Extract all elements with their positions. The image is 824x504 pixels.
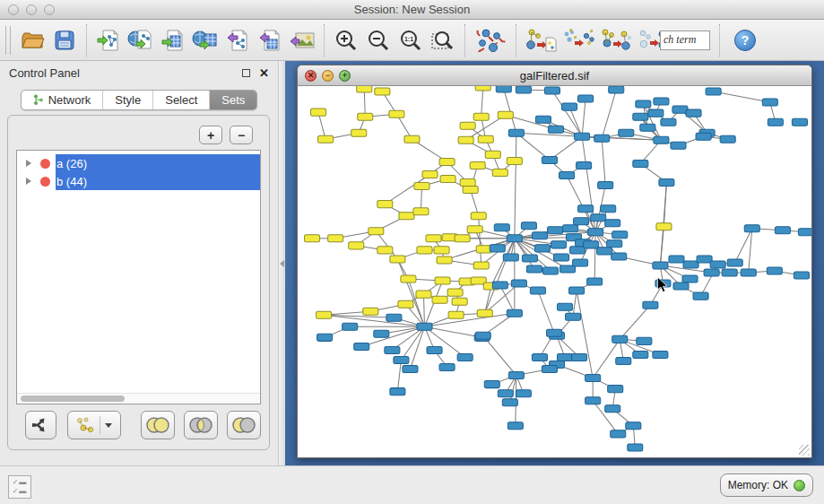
network-node[interactable] <box>422 170 438 178</box>
network-node[interactable] <box>560 265 576 273</box>
network-node[interactable] <box>558 353 573 361</box>
panel-splitter[interactable] <box>278 61 285 465</box>
network-node[interactable] <box>653 262 668 269</box>
network-node[interactable] <box>516 390 531 397</box>
network-window-titlebar[interactable]: ✕ − + galFiltered.sif <box>298 65 811 86</box>
help-button[interactable]: ? <box>734 30 756 51</box>
network-node[interactable] <box>612 231 628 239</box>
tab-network[interactable]: Network <box>22 91 104 109</box>
network-node[interactable] <box>478 135 493 143</box>
network-node[interactable] <box>572 353 587 361</box>
network-node[interactable] <box>534 245 550 252</box>
network-node[interactable] <box>457 353 473 361</box>
network-node[interactable] <box>563 225 578 232</box>
network-node[interactable] <box>566 313 581 320</box>
network-node[interactable] <box>448 311 464 318</box>
expander-triangle-icon[interactable] <box>26 160 31 167</box>
create-set-from-network-button[interactable] <box>67 411 121 439</box>
network-node[interactable] <box>633 351 648 358</box>
network-node[interactable] <box>574 218 589 225</box>
network-node[interactable] <box>546 329 561 336</box>
network-node[interactable] <box>507 422 523 430</box>
network-node[interactable] <box>697 256 712 263</box>
network-edge[interactable] <box>714 91 770 102</box>
network-node[interactable] <box>605 220 620 227</box>
network-node[interactable] <box>394 356 409 363</box>
network-node[interactable] <box>673 282 689 290</box>
network-node[interactable] <box>710 261 725 268</box>
network-node[interactable] <box>521 222 536 230</box>
network-node[interactable] <box>473 113 489 120</box>
network-node[interactable] <box>305 235 320 242</box>
network-node[interactable] <box>530 287 545 294</box>
network-node[interactable] <box>628 444 643 451</box>
network-node[interactable] <box>559 171 575 178</box>
network-node[interactable] <box>597 248 612 255</box>
network-node[interactable] <box>460 122 475 129</box>
close-window-button[interactable] <box>8 4 19 15</box>
network-node[interactable] <box>377 247 393 254</box>
network-node[interactable] <box>452 298 467 305</box>
network-node[interactable] <box>611 253 627 260</box>
network-node[interactable] <box>484 381 499 388</box>
network-window[interactable]: ✕ − + galFiltered.sif <box>297 65 812 458</box>
network-graph[interactable] <box>298 86 811 457</box>
network-node[interactable] <box>585 397 601 404</box>
network-node[interactable] <box>598 182 613 189</box>
new-network-selected-nodes-button[interactable] <box>522 23 559 57</box>
network-node[interactable] <box>470 161 485 169</box>
network-node[interactable] <box>374 330 389 337</box>
network-edge[interactable] <box>424 326 481 337</box>
network-node[interactable] <box>654 98 669 105</box>
export-network-button[interactable] <box>221 23 254 57</box>
network-node[interactable] <box>498 390 513 397</box>
resize-grip[interactable] <box>799 445 810 456</box>
network-node[interactable] <box>532 232 547 239</box>
maximize-network-button[interactable]: + <box>339 70 351 82</box>
network-node[interactable] <box>633 113 648 120</box>
network-edge[interactable] <box>582 99 585 136</box>
network-node[interactable] <box>775 227 790 234</box>
network-node[interactable] <box>672 106 688 113</box>
network-node[interactable] <box>612 335 628 343</box>
network-node[interactable] <box>609 86 624 93</box>
network-node[interactable] <box>363 308 378 315</box>
toolbar-grip[interactable] <box>5 26 11 55</box>
network-node[interactable] <box>544 87 559 94</box>
network-node[interactable] <box>369 228 384 235</box>
network-node[interactable] <box>414 183 429 190</box>
network-node[interactable] <box>492 282 507 289</box>
network-edge[interactable] <box>376 231 397 259</box>
network-node[interactable] <box>467 226 482 233</box>
set-row-b[interactable]: b (44) <box>17 172 260 190</box>
network-node[interactable] <box>669 256 684 263</box>
network-node[interactable] <box>511 280 526 287</box>
network-node[interactable] <box>659 179 674 187</box>
network-node[interactable] <box>447 289 463 296</box>
network-node[interactable] <box>398 300 413 308</box>
network-node[interactable] <box>611 430 626 438</box>
network-node[interactable] <box>562 103 577 110</box>
network-node[interactable] <box>587 278 603 285</box>
network-node[interactable] <box>416 291 431 298</box>
network-node[interactable] <box>767 267 782 274</box>
network-edge[interactable] <box>538 291 554 333</box>
network-node[interactable] <box>542 156 557 163</box>
network-node[interactable] <box>542 366 557 373</box>
network-edge[interactable] <box>620 305 650 339</box>
network-node[interactable] <box>358 113 373 120</box>
network-node[interactable] <box>494 224 509 231</box>
network-edge[interactable] <box>397 360 401 391</box>
network-edge[interactable] <box>424 313 514 326</box>
network-node[interactable] <box>471 213 486 220</box>
network-node[interactable] <box>351 129 367 136</box>
network-node[interactable] <box>343 323 358 330</box>
zoom-window-button[interactable] <box>44 4 55 15</box>
network-node[interactable] <box>404 135 420 143</box>
network-canvas[interactable] <box>298 86 811 457</box>
network-node[interactable] <box>584 241 599 248</box>
network-edge[interactable] <box>577 291 593 378</box>
network-node[interactable] <box>594 135 610 142</box>
network-edge[interactable] <box>361 326 424 346</box>
network-node[interactable] <box>473 262 489 269</box>
